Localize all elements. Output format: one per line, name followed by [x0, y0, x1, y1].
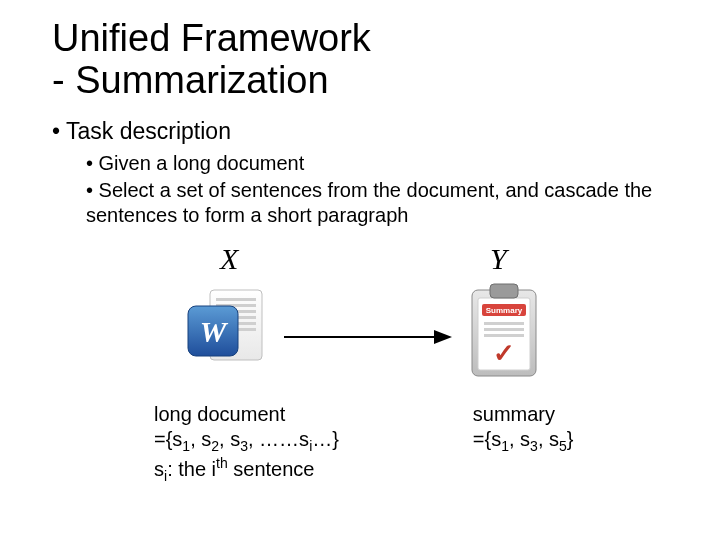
- clipboard-label: Summary: [486, 306, 523, 315]
- right-arrow-icon: [284, 322, 454, 352]
- captions-row: long document ={s1, s2, s3, ……si…} si: t…: [52, 402, 668, 486]
- bullet-level2-b: Select a set of sentences from the docum…: [86, 178, 668, 228]
- caption-right-line2: ={s1, s3, s5}: [473, 427, 668, 456]
- slide: Unified Framework - Summarization Task d…: [0, 0, 720, 540]
- caption-left-line3: si: the ith sentence: [154, 455, 447, 485]
- title-line-1: Unified Framework: [52, 17, 371, 59]
- title-line-2: - Summarization: [52, 59, 329, 101]
- variable-y: Y: [490, 242, 507, 276]
- figure-area: X Y W: [52, 242, 668, 402]
- svg-rect-15: [484, 322, 524, 325]
- bullet-l2a-text: Given a long document: [99, 152, 305, 174]
- bullet-level1: Task description: [52, 118, 668, 145]
- checkmark-icon: ✓: [493, 338, 515, 368]
- svg-rect-13: [490, 284, 518, 298]
- caption-left: long document ={s1, s2, s3, ……si…} si: t…: [154, 402, 447, 486]
- bullet-l1-text: Task description: [66, 118, 231, 144]
- summary-clipboard-icon: Summary ✓: [464, 280, 544, 380]
- caption-right: summary ={s1, s3, s5}: [473, 402, 668, 486]
- caption-left-line2: ={s1, s2, s3, ……si…}: [154, 427, 447, 456]
- svg-rect-16: [484, 328, 524, 331]
- caption-left-line1: long document: [154, 402, 447, 427]
- svg-marker-10: [434, 330, 452, 344]
- bullet-level2-a: Given a long document: [86, 151, 668, 176]
- svg-rect-17: [484, 334, 524, 337]
- svg-text:W: W: [200, 315, 229, 348]
- word-document-icon: W: [182, 284, 272, 374]
- bullet-l2b-text: Select a set of sentences from the docum…: [86, 179, 652, 226]
- svg-rect-1: [216, 298, 256, 301]
- caption-right-line1: summary: [473, 402, 668, 427]
- slide-title: Unified Framework - Summarization: [52, 18, 668, 102]
- variable-x: X: [220, 242, 238, 276]
